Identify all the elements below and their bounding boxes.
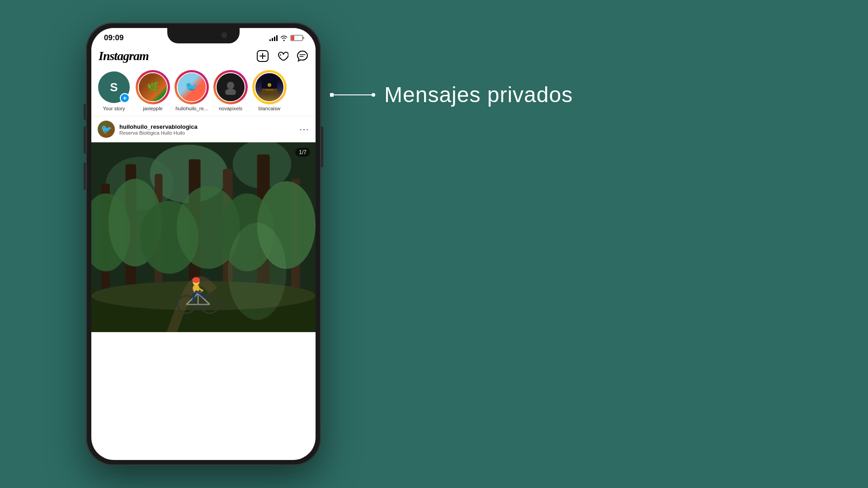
- volume-up-button: [84, 127, 86, 154]
- huilohuilo-username: huilohuilo_re...: [175, 106, 208, 111]
- annotation-container: Mensajes privados: [330, 82, 573, 107]
- front-camera: [222, 33, 227, 38]
- status-time: 09:09: [104, 33, 123, 42]
- signal-bar-2: [272, 38, 273, 41]
- post-options-button[interactable]: ···: [300, 125, 309, 134]
- svg-point-43: [228, 223, 286, 320]
- page-container: 09:09: [0, 0, 868, 488]
- svg-point-7: [268, 83, 271, 87]
- phone-shell: 09:09: [86, 23, 321, 465]
- svg-rect-8: [265, 89, 274, 90]
- signal-bar-1: [269, 39, 271, 41]
- post-header: 🐦 huilohuilo_reservabiologica Reserva Bi…: [91, 116, 316, 142]
- svg-point-3: [227, 82, 234, 89]
- post-user-avatar: 🐦: [98, 121, 115, 138]
- novapixels-avatar: [216, 72, 245, 102]
- instagram-header: Instagram: [91, 45, 316, 67]
- javiepple-avatar-bg: 🌿: [139, 73, 167, 101]
- battery-icon: [290, 35, 303, 41]
- likes-button[interactable]: [277, 50, 288, 62]
- your-story-avatar-wrapper: S +: [98, 71, 130, 103]
- novapixels-username: novapixels: [219, 106, 242, 111]
- instagram-logo: Instagram: [99, 49, 149, 63]
- post-subtitle: Reserva Biológica Huilo Huilo: [119, 130, 198, 136]
- novapixels-avatar-wrapper: [215, 71, 246, 103]
- blancaisw-avatar-bg: [255, 73, 283, 101]
- battery-fill: [291, 36, 294, 40]
- novapixels-avatar-bg: [217, 73, 245, 101]
- story-item-javiepple[interactable]: 🌿 javiepple: [137, 71, 169, 111]
- story-item-novapixels[interactable]: novapixels: [214, 71, 247, 111]
- svg-point-39: [192, 277, 200, 283]
- annotation-dot-right: [372, 93, 375, 97]
- phone-screen: 09:09: [91, 28, 316, 460]
- your-story-label: Your story: [103, 106, 125, 111]
- header-icons: [257, 50, 308, 62]
- blancaisw-avatar-wrapper: [254, 71, 285, 103]
- volume-mute-button: [84, 104, 86, 120]
- post-image: 1/7: [91, 142, 316, 332]
- status-icons: [269, 35, 303, 41]
- svg-point-4: [225, 89, 236, 95]
- blancaisw-username: blancaisw: [259, 106, 280, 111]
- post-container: 🐦 huilohuilo_reservabiologica Reserva Bi…: [91, 116, 316, 332]
- huilohuilo-avatar-bg: 🐦: [178, 73, 206, 101]
- story-item-huilohuilo[interactable]: 🐦 huilohuilo_re...: [175, 71, 208, 111]
- javiepple-username: javiepple: [143, 106, 162, 111]
- post-username: huilohuilo_reservabiologica: [119, 123, 198, 130]
- post-user-info: 🐦 huilohuilo_reservabiologica Reserva Bi…: [98, 121, 198, 138]
- power-button: [321, 127, 323, 167]
- post-avatar-bird: 🐦: [98, 121, 115, 138]
- javiepple-avatar-wrapper: 🌿: [137, 71, 169, 103]
- post-username-block: huilohuilo_reservabiologica Reserva Biol…: [119, 123, 198, 136]
- photo-counter: 1/7: [295, 148, 310, 157]
- blancaisw-avatar: [255, 72, 284, 102]
- add-post-button[interactable]: [257, 50, 269, 62]
- wifi-icon: [280, 35, 288, 41]
- annotation-line: [330, 94, 375, 95]
- huilohuilo-avatar: 🐦: [177, 72, 207, 102]
- phone-notch: [167, 28, 240, 43]
- direct-messages-button[interactable]: [297, 50, 308, 62]
- signal-bars-icon: [269, 35, 278, 41]
- signal-bar-3: [274, 37, 275, 41]
- forest-scene-svg: [91, 142, 316, 332]
- javiepple-avatar: 🌿: [138, 72, 168, 102]
- signal-bar-4: [276, 35, 278, 41]
- add-story-plus-icon[interactable]: +: [120, 93, 130, 103]
- annotation-dot-left: [330, 93, 334, 97]
- annotation-line-body: [330, 94, 375, 95]
- annotation-label: Mensajes privados: [384, 82, 573, 107]
- stories-row: S + Your story 🌿 javiepple: [91, 67, 316, 116]
- story-item-blancaisw[interactable]: blancaisw: [253, 71, 286, 111]
- story-item-your-story[interactable]: S + Your story: [98, 71, 130, 111]
- huilohuilo-avatar-wrapper: 🐦: [176, 71, 208, 103]
- volume-down-button: [84, 163, 86, 190]
